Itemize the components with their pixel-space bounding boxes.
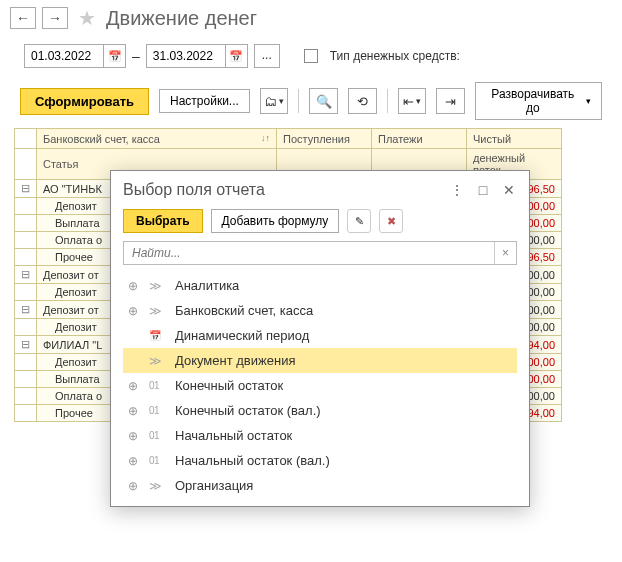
field-label: Конечный остаток xyxy=(175,378,513,393)
separator xyxy=(298,89,299,113)
field-selection-modal: Выбор поля отчета ⋮ □ ✕ Выбрать Добавить… xyxy=(110,170,530,507)
calendar-icon: 📅 xyxy=(149,330,165,341)
field-row[interactable]: 📅Динамический период xyxy=(123,323,517,348)
collapse-icon[interactable]: ⊟ xyxy=(21,303,30,315)
modal-search[interactable]: × xyxy=(123,241,517,265)
modal-maximize-icon[interactable]: □ xyxy=(475,182,491,198)
field-label: Начальный остаток (вал.) xyxy=(175,453,513,468)
collapse-icon[interactable]: ⊟ xyxy=(21,338,30,350)
favorite-star-icon[interactable]: ★ xyxy=(78,6,96,30)
modal-search-input[interactable] xyxy=(124,242,494,264)
generate-button[interactable]: Сформировать xyxy=(20,88,149,115)
field-row[interactable]: ⊕≫Банковский счет, касса xyxy=(123,298,517,323)
calendar-to-icon[interactable]: 📅 xyxy=(225,45,247,67)
forward-button[interactable]: → xyxy=(42,7,68,29)
search-icon-button[interactable]: 🔍 xyxy=(309,88,338,114)
chevron-icon: ≫ xyxy=(149,304,165,318)
field-row[interactable]: ⊕≫Организация xyxy=(123,473,517,498)
back-button[interactable]: ← xyxy=(10,7,36,29)
expand-icon[interactable]: ⊕ xyxy=(127,404,139,418)
type-badge: 01 xyxy=(149,430,165,441)
expand-icon[interactable]: ⊕ xyxy=(127,454,139,468)
collapse-icon-button[interactable]: ⇤▾ xyxy=(398,88,427,114)
expand-to-button[interactable]: Разворачивать до▾ xyxy=(475,82,602,120)
type-badge: 01 xyxy=(149,455,165,466)
field-row[interactable]: ⊕≫Аналитика xyxy=(123,273,517,298)
field-label: Динамический период xyxy=(175,328,513,343)
separator xyxy=(387,89,388,113)
date-from-input[interactable] xyxy=(25,47,103,65)
modal-search-clear-icon[interactable]: × xyxy=(494,242,516,264)
expand-icon[interactable]: ⊕ xyxy=(127,304,139,318)
type-badge: 01 xyxy=(149,405,165,416)
expand-icon-button[interactable]: ⇥ xyxy=(436,88,465,114)
field-row[interactable]: ⊕01Начальный остаток xyxy=(123,423,517,448)
chevron-icon: ≫ xyxy=(149,479,165,493)
chevron-icon: ≫ xyxy=(149,279,165,293)
top-toolbar: ← → ★ Движение денег xyxy=(0,0,622,36)
action-toolbar: Сформировать Настройки... 🗂▾ 🔍 ⟲ ⇤▾ ⇥ Ра… xyxy=(0,76,622,128)
date-to-input[interactable] xyxy=(147,47,225,65)
modal-close-icon[interactable]: ✕ xyxy=(501,182,517,198)
expand-icon[interactable]: ⊕ xyxy=(127,279,139,293)
col-bank[interactable]: Банковский счет, касса↓↑ xyxy=(37,129,277,149)
field-row[interactable]: ⊕01Конечный остаток (вал.) xyxy=(123,398,517,423)
field-label: Аналитика xyxy=(175,278,513,293)
expand-icon[interactable]: ⊕ xyxy=(127,479,139,493)
calendar-from-icon[interactable]: 📅 xyxy=(103,45,125,67)
modal-select-button[interactable]: Выбрать xyxy=(123,209,203,233)
modal-edit-icon[interactable]: ✎ xyxy=(347,209,371,233)
chevron-icon: ≫ xyxy=(149,354,165,368)
modal-title: Выбор поля отчета xyxy=(123,181,265,199)
field-label: Организация xyxy=(175,478,513,493)
collapse-icon[interactable]: ⊟ xyxy=(21,268,30,280)
cash-type-label: Тип денежных средств: xyxy=(330,49,460,63)
date-picker-extra-button[interactable]: ... xyxy=(254,44,280,68)
page-title: Движение денег xyxy=(106,7,257,30)
date-filter-row: 📅 – 📅 ... Тип денежных средств: xyxy=(0,36,622,76)
col-in[interactable]: Поступления xyxy=(277,129,372,149)
variant-icon-button[interactable]: 🗂▾ xyxy=(260,88,289,114)
date-dash: – xyxy=(132,48,140,64)
field-list: ⊕≫Аналитика⊕≫Банковский счет, касса📅Дина… xyxy=(111,271,529,500)
field-row[interactable]: ⊕01Конечный остаток xyxy=(123,373,517,398)
field-label: Конечный остаток (вал.) xyxy=(175,403,513,418)
modal-delete-icon[interactable]: ✖ xyxy=(379,209,403,233)
cash-type-checkbox[interactable] xyxy=(304,49,318,63)
search-back-icon-button[interactable]: ⟲ xyxy=(348,88,377,114)
modal-more-icon[interactable]: ⋮ xyxy=(449,182,465,198)
settings-button[interactable]: Настройки... xyxy=(159,89,250,113)
field-label: Банковский счет, касса xyxy=(175,303,513,318)
expand-icon[interactable]: ⊕ xyxy=(127,379,139,393)
modal-add-formula-button[interactable]: Добавить формулу xyxy=(211,209,340,233)
collapse-icon[interactable]: ⊟ xyxy=(21,182,30,194)
date-from[interactable]: 📅 xyxy=(24,44,126,68)
type-badge: 01 xyxy=(149,380,165,391)
col-pay[interactable]: Платежи xyxy=(372,129,467,149)
field-row[interactable]: ⊕01Начальный остаток (вал.) xyxy=(123,448,517,473)
date-to[interactable]: 📅 xyxy=(146,44,248,68)
field-row[interactable]: ≫Документ движения xyxy=(123,348,517,373)
field-label: Начальный остаток xyxy=(175,428,513,443)
col-net[interactable]: Чистый xyxy=(467,129,562,149)
field-label: Документ движения xyxy=(175,353,513,368)
expand-icon[interactable]: ⊕ xyxy=(127,429,139,443)
